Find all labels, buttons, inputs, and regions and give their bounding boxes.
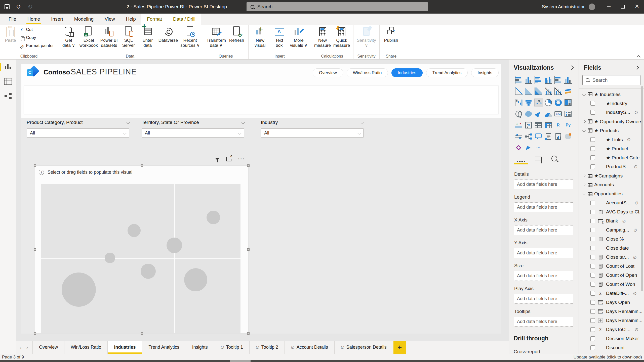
field-checkbox[interactable] — [590, 219, 595, 223]
more-visuals-button[interactable]: Morevisuals ∨ — [289, 25, 309, 49]
filled-map-icon[interactable] — [524, 109, 533, 118]
chevron-down-icon[interactable] — [242, 121, 245, 124]
field-item-count-of-open[interactable]: Count of Open — [579, 271, 644, 280]
resize-handle[interactable] — [247, 164, 250, 167]
fields-search-input[interactable]: Search — [582, 75, 640, 85]
donut-chart-icon[interactable] — [553, 98, 563, 107]
area-chart-icon[interactable] — [524, 86, 533, 96]
cut-button[interactable]: Cut — [18, 26, 55, 34]
new-visual-button[interactable]: Newvisual — [251, 25, 270, 49]
field-table-products[interactable]: ★ Products — [579, 126, 644, 135]
q-and-a-icon[interactable] — [534, 132, 543, 141]
sidebar-item-data-view[interactable] — [0, 74, 16, 89]
arcgis-map-icon[interactable] — [564, 132, 573, 141]
sensitivity-button[interactable]: Sensitivity∨ — [355, 25, 377, 49]
page-tab-win-loss-ratio[interactable]: Win/Loss Ratio — [64, 341, 108, 354]
well-y-axis-dropzone[interactable]: Add data fields here — [514, 248, 573, 258]
resize-handle[interactable] — [34, 248, 36, 251]
field-checkbox[interactable] — [590, 155, 595, 160]
chevron-right-icon[interactable] — [582, 120, 586, 123]
analytics-tab[interactable] — [551, 156, 557, 164]
field-checkbox[interactable] — [590, 255, 595, 259]
page-tab-salesperson-details[interactable]: Salesperson Details — [335, 341, 393, 354]
menu-item-view[interactable]: View — [99, 14, 120, 25]
fields-scrollbar[interactable] — [641, 86, 643, 291]
field-checkbox[interactable] — [590, 273, 595, 278]
smart-narrative-icon[interactable] — [544, 132, 553, 141]
chevron-down-icon[interactable] — [361, 121, 364, 124]
paste-button[interactable]: Paste — [3, 25, 18, 43]
field-item-avg-days-to-cl[interactable]: AVG Days to Cl... — [579, 207, 644, 216]
nav-pill-overview[interactable]: Overview — [313, 68, 343, 77]
resize-handle[interactable] — [141, 164, 143, 167]
waterfall-chart-icon[interactable] — [514, 98, 523, 107]
well-play-axis-dropzone[interactable]: Add data fields here — [514, 294, 573, 304]
field-checkbox[interactable] — [590, 146, 595, 151]
copy-button[interactable]: Copy — [18, 34, 55, 42]
matrix-icon[interactable] — [544, 120, 553, 130]
power-bi-datasets-button[interactable]: Power BIdatasets — [99, 25, 119, 49]
menu-item-help[interactable]: Help — [120, 14, 141, 25]
filter-icon[interactable] — [215, 158, 220, 160]
resize-handle[interactable] — [247, 248, 250, 251]
hundred-stacked-column-chart-icon[interactable] — [564, 75, 573, 84]
chevron-down-icon[interactable] — [582, 192, 586, 196]
sidebar-item-model-view[interactable] — [0, 89, 16, 103]
line-chart-icon[interactable] — [514, 86, 523, 96]
page-tab-tooltip-2[interactable]: Tooltip 2 — [250, 341, 285, 354]
format-painter-button[interactable]: Format painter — [18, 42, 55, 50]
field-table-industries[interactable]: ★ Industries — [579, 90, 644, 99]
nav-pill-win-loss-ratio[interactable]: Win/Loss Ratio — [347, 68, 388, 77]
line-and-stacked-column-chart-icon[interactable] — [544, 86, 553, 96]
sql-server-button[interactable]: SQLServer — [119, 25, 138, 49]
funnel-chart-icon[interactable] — [524, 98, 533, 107]
table-icon[interactable] — [534, 120, 543, 130]
more-options-icon[interactable] — [238, 156, 245, 162]
stacked-column-chart-icon[interactable] — [524, 75, 533, 84]
field-item-industrys[interactable]: IndustryS... — [579, 108, 644, 117]
field-item-daystocl[interactable]: DaysToCl... — [579, 325, 644, 334]
field-checkbox[interactable] — [590, 201, 595, 205]
resize-handle[interactable] — [34, 164, 36, 167]
field-item-blank[interactable]: Blank — [579, 216, 644, 225]
page-tab-industries[interactable]: Industries — [108, 341, 142, 354]
publish-button[interactable]: Publish — [382, 25, 401, 43]
field-table-opportunities[interactable]: Opportunities — [579, 189, 644, 198]
avatar[interactable] — [589, 4, 595, 10]
line-and-clustered-column-chart-icon[interactable] — [553, 86, 563, 96]
pie-chart-icon[interactable] — [544, 98, 553, 107]
horizontal-scrollbar[interactable] — [0, 360, 644, 362]
key-influencers-icon[interactable] — [514, 132, 523, 141]
nav-pill-insights[interactable]: Insights — [471, 68, 499, 77]
field-item-links[interactable]: ★ Links — [579, 135, 644, 144]
field-checkbox[interactable] — [590, 101, 595, 106]
text-box-button[interactable]: Textbox — [270, 25, 289, 49]
page-tab-trend-analytics[interactable]: Trend Analytics — [142, 341, 186, 354]
map-icon[interactable] — [514, 109, 523, 118]
field-checkbox[interactable] — [590, 237, 595, 241]
field-checkbox[interactable] — [590, 228, 595, 232]
field-item-campaig[interactable]: Campaig... — [579, 225, 644, 235]
field-checkbox[interactable] — [590, 210, 595, 214]
scatter-chart-icon[interactable] — [534, 98, 543, 107]
quick-measure-button[interactable]: Quickmeasure — [332, 25, 351, 49]
dataverse-button[interactable]: Dataverse — [157, 25, 179, 43]
field-item-close-date[interactable]: Close date — [579, 244, 644, 253]
well-tooltips-dropzone[interactable]: Add data fields here — [514, 317, 573, 327]
page-tab-insights[interactable]: Insights — [186, 341, 214, 354]
get-data-button[interactable]: Getdata ∨ — [59, 25, 78, 49]
hundred-stacked-bar-chart-icon[interactable] — [553, 75, 563, 84]
well-details-dropzone[interactable]: Add data fields here — [514, 179, 573, 189]
card-icon[interactable]: 123 — [553, 109, 563, 118]
more-visuals-icon[interactable]: ··· — [534, 143, 543, 152]
maximize-button[interactable] — [616, 0, 630, 14]
treemap-icon[interactable] — [564, 98, 573, 107]
save-icon[interactable] — [5, 4, 10, 9]
field-item-datediff[interactable]: DateDiff-... — [579, 289, 644, 298]
multi-row-card-icon[interactable] — [564, 109, 573, 118]
slicer-dropdown[interactable]: All — [261, 128, 364, 138]
nav-pill-trend-analytics[interactable]: Trend Analytics — [426, 68, 468, 77]
ribbon-chart-icon[interactable] — [564, 86, 573, 96]
field-checkbox[interactable] — [590, 345, 595, 350]
menu-item-file[interactable]: File — [3, 14, 22, 25]
